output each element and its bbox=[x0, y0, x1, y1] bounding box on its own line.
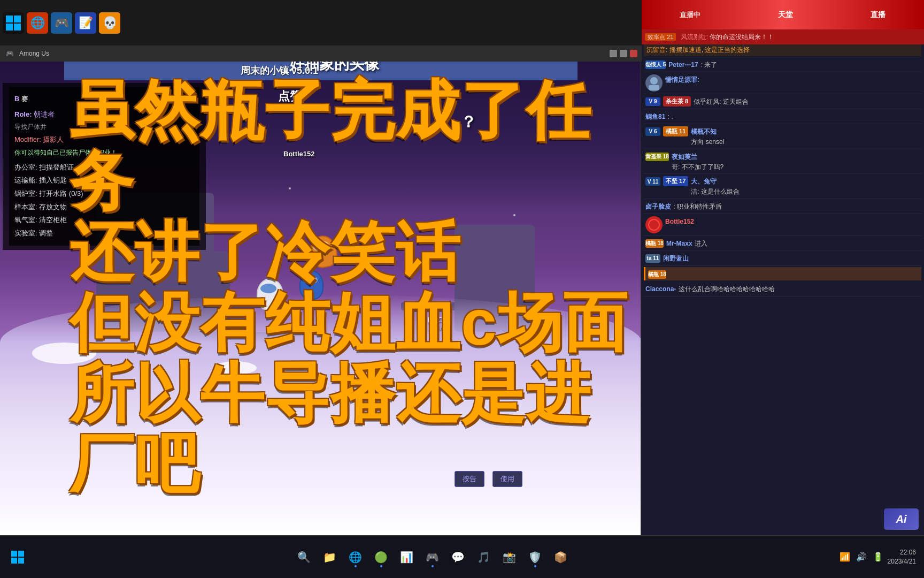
windows-taskbar: 🔍 📁 🌐 🟢 📊 🎮 💬 bbox=[0, 535, 924, 578]
right-chat-sidebar: 直播中 天堂 直播 效率点 21 风流别红: 你的命运没结局来！！ 沉留音: 摇… bbox=[641, 0, 924, 535]
chat-message: 似乎红风: 逆天组合 bbox=[694, 98, 749, 105]
taskbar-app-7[interactable]: 🛡️ bbox=[524, 546, 546, 568]
chat-badge-orange18: 橘瓶 18 bbox=[645, 239, 664, 248]
game-viewport: ？ 好抽象的头像 点赞 周末的小镇 v5.0.1 B 赛 Role: 朝进者 导… bbox=[0, 0, 642, 535]
chat-scroll-area[interactable]: 沉留音: 摇摆加速道, 这是正当的选择 怨恨人 5 Peter---17 : 来… bbox=[641, 40, 924, 535]
modifier-value: 摄影人 bbox=[43, 135, 64, 143]
chat-username: Peter---17 bbox=[668, 61, 698, 69]
chat-item: V 9 杀生茶 8 似乎红风: 逆天组合 bbox=[644, 94, 921, 109]
windows-logo-icon[interactable] bbox=[3, 12, 24, 34]
bottle-label: Bottle152 bbox=[283, 150, 315, 158]
use-button[interactable]: 使用 bbox=[492, 471, 522, 487]
report-button[interactable]: 按告 bbox=[455, 471, 484, 487]
chat-username: Mr-Maxx bbox=[666, 240, 692, 247]
broadcast-nav[interactable]: 直播 bbox=[871, 10, 886, 20]
chat-badge-yellow: 黄遥果 18 bbox=[645, 153, 669, 161]
notification-user: 风流别红: bbox=[681, 33, 708, 41]
cs-icon[interactable]: 💀 bbox=[99, 12, 120, 34]
notification-badge: 效率点 21 bbox=[645, 33, 676, 41]
game-left-panel: B 赛 Role: 朝进者 导找尸体并 Modifier: 摄影人 你可以得知自… bbox=[3, 83, 206, 250]
ai-button[interactable]: Ai bbox=[884, 508, 919, 530]
game-version: 周末的小镇 v5.0.1 bbox=[241, 64, 318, 77]
task-1: 办公室: 扫描登船证 bbox=[14, 161, 194, 174]
task-description: 你可以得知自己已报告尸体的职业！ bbox=[14, 147, 194, 159]
taskbar-app-5[interactable]: 🎵 bbox=[473, 546, 495, 568]
chat-sc-badge: 杀生茶 8 bbox=[663, 96, 691, 107]
svg-rect-7 bbox=[11, 551, 17, 557]
chat-username: 橘瓶不知 bbox=[691, 128, 717, 135]
maximize-button[interactable] bbox=[620, 50, 627, 57]
clock-time: 22:06 bbox=[888, 548, 916, 557]
chat-message: 哥: 不不加了了吗? bbox=[672, 163, 723, 171]
network-icon[interactable]: 📶 bbox=[838, 551, 852, 563]
top-taskbar: 🌐 🎮 📝 💀 bbox=[0, 0, 642, 45]
notification-message: 你的命运没结局来！！ bbox=[710, 33, 774, 41]
chat-message: 这什么乱合啊哈哈哈哈哈哈哈哈哈 bbox=[679, 285, 775, 293]
role-header: B bbox=[14, 95, 19, 103]
battery-icon[interactable]: 🔋 bbox=[871, 551, 885, 563]
svg-rect-2 bbox=[6, 24, 13, 31]
chat-badge-v6: V 6 bbox=[645, 127, 660, 136]
role-label: Role: bbox=[14, 110, 32, 118]
mtc-sub: @choco bbox=[428, 325, 450, 331]
chat-badge-18: 橘瓶 18 bbox=[648, 270, 666, 279]
taskbar-right: 📶 🔊 🔋 22:06 2023/4/21 bbox=[830, 548, 924, 566]
svg-rect-10 bbox=[18, 558, 24, 564]
taskbar-app-8[interactable]: 📦 bbox=[550, 546, 572, 568]
chat-badge: 怨恨人 5 bbox=[645, 60, 666, 69]
chat-separator: : bbox=[700, 61, 704, 69]
chat-message: : 职业和特性矛盾 bbox=[673, 203, 722, 210]
taskbar-browser[interactable]: 🌐 bbox=[344, 546, 367, 568]
chat-item: 卤子脸皮 : 职业和特性矛盾 bbox=[644, 199, 921, 214]
chat-username: 闲野蓝山 bbox=[663, 255, 689, 262]
notification-banner: 效率点 21 风流别红: 你的命运没结局来！！ bbox=[641, 29, 924, 44]
windows-start-button[interactable] bbox=[8, 547, 27, 567]
chat-username: 卤子脸皮 bbox=[645, 203, 671, 210]
mtc-label: MTC @choco bbox=[428, 316, 450, 332]
taskbar-app-4[interactable]: 💬 bbox=[447, 546, 469, 568]
game-window-titlebar: 🎮 Among Us bbox=[0, 45, 642, 62]
chat-item-bottle: Bottle152 bbox=[644, 214, 921, 236]
taskbar-app-6[interactable]: 📸 bbox=[498, 546, 521, 568]
chat-item: 黄遥果 18 夜如萸兰 哥: 不不加了了吗? bbox=[644, 149, 921, 174]
svg-rect-1 bbox=[14, 16, 21, 22]
character-white bbox=[257, 278, 283, 310]
game-icon: 🎮 bbox=[4, 48, 15, 59]
question-mark: ？ bbox=[460, 111, 476, 133]
steam-icon[interactable]: 🎮 bbox=[51, 12, 72, 34]
svg-point-4 bbox=[650, 77, 658, 85]
svg-rect-5 bbox=[649, 85, 659, 90]
svg-point-6 bbox=[649, 219, 659, 230]
svg-rect-8 bbox=[18, 551, 24, 557]
taskbar-file-explorer[interactable]: 📁 bbox=[319, 546, 341, 568]
word-icon[interactable]: 📝 bbox=[75, 12, 96, 34]
taskbar-app-1[interactable]: 🟢 bbox=[370, 546, 392, 568]
character-orange bbox=[307, 233, 340, 270]
chat-item: ta 11 闲野蓝山 bbox=[644, 251, 921, 266]
chat-sys-msg-1: 沉留音: 摇摆加速道, 这是正当的选择 bbox=[644, 44, 921, 56]
clock-display[interactable]: 22:06 2023/4/21 bbox=[888, 548, 916, 566]
taskbar-app-3[interactable]: 🎮 bbox=[421, 546, 444, 568]
taskbar-search[interactable]: 🔍 bbox=[293, 546, 315, 568]
chat-item: V 11 不坚 17 大、兔守 洁: 这是什么组合 bbox=[644, 174, 921, 199]
role-value: 朝进者 bbox=[34, 110, 55, 118]
taskbar-app-2[interactable]: 📊 bbox=[396, 546, 418, 568]
sub-header: 点赞 bbox=[278, 88, 302, 104]
close-button[interactable] bbox=[630, 50, 637, 57]
chat-item-ciaccona: Ciaccona- 这什么乱合啊哈哈哈哈哈哈哈哈哈 bbox=[644, 282, 921, 296]
heaven-nav[interactable]: 天堂 bbox=[778, 10, 793, 20]
modifier-label: Modifier: bbox=[14, 135, 41, 143]
chat-sc-orange: 橘瓶 11 bbox=[663, 126, 688, 136]
svg-rect-3 bbox=[14, 24, 21, 31]
minimize-button[interactable] bbox=[610, 50, 617, 57]
chat-message: : . bbox=[668, 113, 673, 120]
svg-rect-0 bbox=[6, 16, 13, 22]
task-6: 实验室: 调整 bbox=[14, 227, 194, 240]
bottle-avatar bbox=[645, 216, 663, 233]
sidebar-nav: 直播中 天堂 直播 bbox=[641, 0, 924, 29]
chrome-icon[interactable]: 🌐 bbox=[27, 12, 48, 34]
chat-badge-v9: V 9 bbox=[645, 97, 660, 106]
chat-badge-ta11: ta 11 bbox=[645, 254, 660, 263]
task-3: 锅炉室: 打开水路 (0/3) bbox=[14, 187, 194, 201]
volume-icon[interactable]: 🔊 bbox=[854, 551, 868, 563]
